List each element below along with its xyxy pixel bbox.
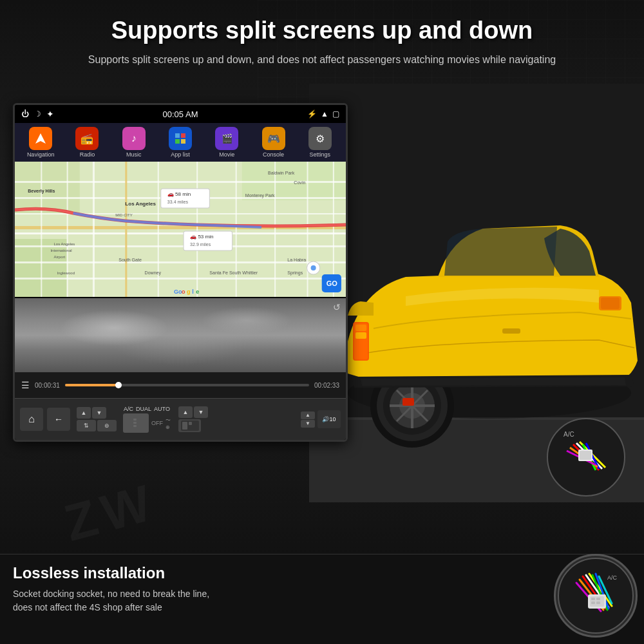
- bottom-text: Socket docking socket, no need to break …: [13, 587, 631, 614]
- svg-point-84: [311, 265, 316, 270]
- wifi-icon: ▲: [321, 109, 328, 118]
- progress-fill: [65, 384, 118, 386]
- back-button[interactable]: ←: [47, 408, 70, 431]
- temp-down-right[interactable]: ▼: [194, 406, 208, 418]
- svg-rect-111: [591, 601, 595, 604]
- window-icon: ▢: [332, 109, 339, 118]
- svg-rect-50: [67, 162, 68, 297]
- progress-dot: [115, 382, 122, 388]
- svg-rect-109: [591, 598, 595, 600]
- status-bar: ⏻ ☽ ✦ 00:05 AM ⚡ ▲ ▢: [15, 105, 346, 123]
- svg-rect-33: [175, 133, 180, 138]
- nav-app-icon[interactable]: Navigation: [18, 127, 63, 158]
- movie-app-icon[interactable]: 🎬 Movie: [204, 127, 249, 158]
- video-controls: ☰ 00:00:31 00:02:33: [15, 372, 346, 398]
- svg-rect-30: [580, 451, 591, 460]
- power-icon: ⏻: [21, 109, 29, 118]
- svg-text:A/C: A/C: [607, 574, 618, 581]
- video-screen: ↺: [15, 298, 346, 372]
- total-time: 00:02:33: [314, 382, 339, 389]
- console-app-icon[interactable]: 🎮 Console: [251, 127, 296, 158]
- svg-rect-52: [125, 162, 127, 297]
- svg-text:e: e: [196, 289, 199, 295]
- progress-bar[interactable]: [65, 384, 309, 386]
- svg-text:32.9 miles: 32.9 miles: [190, 242, 211, 247]
- temp-up-right[interactable]: ▲: [178, 406, 193, 418]
- temp-display-left: [123, 413, 149, 433]
- svg-rect-16: [355, 325, 366, 331]
- applist-app-label: App list: [171, 151, 190, 158]
- svg-rect-54: [196, 162, 198, 297]
- ac-label: A/C: [124, 406, 133, 412]
- svg-rect-48: [15, 278, 346, 279]
- svg-rect-35: [175, 139, 180, 144]
- svg-rect-19: [601, 298, 620, 309]
- svg-rect-112: [596, 601, 600, 604]
- car-image: A/C: [309, 84, 644, 502]
- svg-text:Monterey Park: Monterey Park: [245, 193, 275, 198]
- climate-controls: ⌂ ← ▲ ▼ ⇅ ⊚ A/C DUAL AUTO: [15, 398, 346, 440]
- volume-label: 🔊10: [322, 416, 336, 422]
- home-button[interactable]: ⌂: [20, 408, 43, 431]
- bottom-section: Lossless installation Socket docking soc…: [0, 554, 644, 644]
- volume-controls: ▲ ▼: [301, 412, 315, 428]
- status-icons-left: ⏻ ☽ ✦: [21, 109, 54, 119]
- map-display[interactable]: Beverly Hills Los Angeles MID CITY Los A…: [15, 162, 346, 297]
- temp-display-right: [178, 419, 201, 432]
- movie-app-label: Movie: [219, 151, 234, 158]
- svg-text:Springs: Springs: [287, 270, 303, 276]
- svg-rect-94: [138, 417, 146, 430]
- console-app-label: Console: [263, 151, 284, 158]
- svg-text:Covin: Covin: [294, 180, 305, 185]
- svg-rect-110: [596, 598, 600, 600]
- svg-text:Airport: Airport: [53, 255, 65, 259]
- svg-text:Baldwin Park: Baldwin Park: [268, 171, 295, 175]
- svg-text:Los Angeles: Los Angeles: [125, 201, 156, 207]
- video-player[interactable]: ↺ ☰ 00:00:31 00:02:33 ↻ ⏮ ⏸ ⏭ ı|ıı: [15, 298, 346, 398]
- status-icons-right: ⚡ ▲ ▢: [307, 109, 339, 118]
- volume-display: 🔊10: [317, 410, 341, 428]
- svg-text:o: o: [182, 289, 185, 295]
- svg-text:Los Angeles: Los Angeles: [53, 242, 75, 246]
- defrost-btn[interactable]: ⇅: [77, 420, 96, 431]
- svg-text:MID CITY: MID CITY: [115, 213, 133, 217]
- svg-marker-32: [35, 133, 46, 144]
- svg-rect-55: [236, 162, 237, 297]
- auto-label: AUTO: [154, 406, 170, 412]
- svg-rect-90: [126, 417, 132, 430]
- app-icons-bar: Navigation 📻 Radio ♪ Music: [15, 123, 346, 162]
- fan-down-left[interactable]: ▼: [92, 407, 106, 419]
- svg-rect-93: [133, 425, 137, 427]
- svg-rect-92: [133, 422, 137, 424]
- svg-rect-36: [181, 139, 185, 144]
- playlist-icon[interactable]: ☰: [21, 380, 30, 390]
- svg-rect-34: [181, 133, 185, 138]
- settings-app-icon[interactable]: ⚙ Settings: [298, 127, 343, 158]
- svg-rect-20: [502, 328, 520, 334]
- svg-text:Go: Go: [174, 289, 182, 295]
- device-screen: ⏻ ☽ ✦ 00:05 AM ⚡ ▲ ▢ Navigation 📻 Radio: [13, 103, 348, 442]
- volume-down[interactable]: ▼: [301, 420, 315, 428]
- svg-rect-91: [133, 419, 137, 421]
- header-section: Supports split screens up and down Suppo…: [0, 6, 644, 77]
- sub-title: Supports split screens up and down, and …: [13, 52, 631, 68]
- svg-text:🚗 58 min: 🚗 58 min: [167, 191, 191, 197]
- off-label: OFF: [151, 420, 163, 426]
- fan-up-left[interactable]: ▲: [77, 407, 91, 419]
- svg-text:Inglewood: Inglewood: [57, 271, 75, 275]
- svg-rect-43: [15, 213, 346, 214]
- nav-app-label: Navigation: [27, 151, 55, 158]
- radio-app-icon[interactable]: 📻 Radio: [64, 127, 109, 158]
- vent-btn[interactable]: ⊚: [97, 420, 117, 431]
- music-app-icon[interactable]: ♪ Music: [111, 127, 156, 158]
- svg-text:Downey: Downey: [145, 270, 162, 276]
- applist-app-icon[interactable]: App list: [158, 127, 203, 158]
- music-app-label: Music: [126, 151, 142, 158]
- cloud-layer: [15, 298, 346, 372]
- bottom-title: Lossless installation: [13, 564, 631, 582]
- replay-icon[interactable]: ↺: [333, 302, 341, 312]
- volume-up[interactable]: ▲: [301, 412, 315, 419]
- main-title: Supports split screens up and down: [13, 16, 631, 46]
- svg-rect-38: [15, 162, 80, 213]
- map-background: Beverly Hills Los Angeles MID CITY Los A…: [15, 162, 346, 297]
